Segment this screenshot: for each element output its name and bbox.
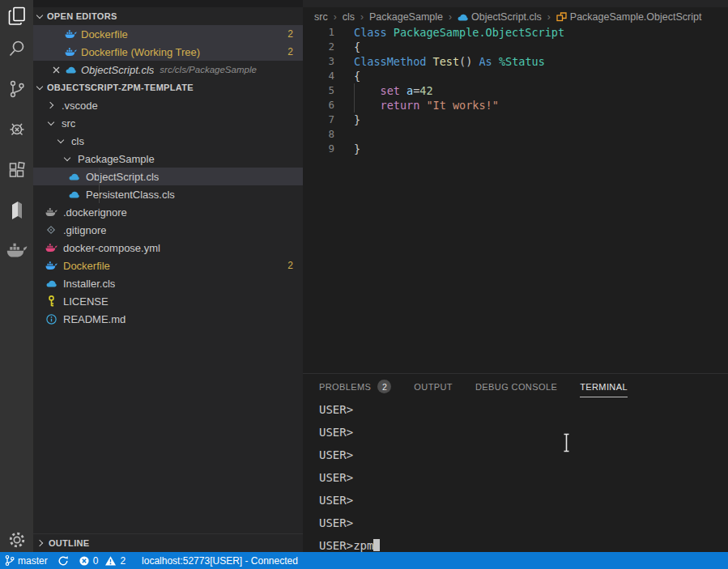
sync-icon <box>57 555 69 567</box>
code-text: set a=42 <box>354 83 433 98</box>
server-connection-item[interactable]: localhost:52773[USER] - Connected <box>137 552 303 569</box>
diamond-file-icon <box>45 223 57 236</box>
tree-item-objectscript-cls[interactable]: ObjectScript.cls <box>33 168 303 185</box>
warning-count: 2 <box>120 555 126 567</box>
tree-indent-guide <box>99 168 100 203</box>
git-branch-item[interactable]: master <box>0 552 53 569</box>
activity-docker-icon[interactable] <box>0 232 33 268</box>
problems-badge: 2 <box>287 46 293 57</box>
workspace-section-header[interactable]: OBJECTSCRIPT-ZPM-TEMPLATE <box>33 79 303 96</box>
terminal-line: USER> <box>319 512 716 534</box>
chevron-down-icon <box>36 83 43 89</box>
line-number: 7 <box>303 113 334 127</box>
code-line[interactable]: 5 set a=42 <box>303 83 728 98</box>
panel-tab-terminal[interactable]: TERMINAL <box>580 382 628 397</box>
tree-item-label: LICENSE <box>63 295 109 308</box>
code-text: { <box>354 40 360 54</box>
open-editor-item[interactable]: ObjectScript.clssrc/cls/PackageSample <box>33 61 303 79</box>
code-text: return "It works!" <box>354 98 499 113</box>
terminal-line: USER> <box>319 466 716 489</box>
tree-item-docker-compose-yml[interactable]: docker-compose.yml <box>33 239 303 257</box>
code-line[interactable]: 8 <box>303 127 728 142</box>
code-line[interactable]: 4{ <box>303 69 728 83</box>
code-line[interactable]: 3ClassMethod Test() As %Status <box>303 54 728 69</box>
editor-group[interactable]: src›cls›PackageSample›ObjectScript.cls›P… <box>303 0 728 373</box>
vscode-window: OPEN EDITORS Dockerfile2 Dockerfile (Wor… <box>0 0 728 569</box>
panel-tab-bar: PROBLEMS2OUTPUTDEBUG CONSOLETERMINAL <box>319 380 650 399</box>
code-line[interactable]: 6 return "It works!" <box>303 98 728 113</box>
breadcrumb-separator: › <box>449 11 452 23</box>
tree-item-readme-md[interactable]: README.md <box>33 310 303 328</box>
chevron-right-icon <box>45 103 57 108</box>
panel-tab-output[interactable]: OUTPUT <box>414 382 453 397</box>
panel-tab-problems[interactable]: PROBLEMS2 <box>319 380 391 399</box>
class-file-icon <box>64 63 77 76</box>
code-area[interactable]: 1Class PackageSample.ObjectScript2{3Clas… <box>303 25 728 156</box>
panel-tab-debug-console[interactable]: DEBUG CONSOLE <box>475 382 557 397</box>
activity-intersystems-icon[interactable] <box>0 193 33 228</box>
code-text: } <box>354 142 360 156</box>
code-line[interactable]: 1Class PackageSample.ObjectScript <box>303 25 728 40</box>
tree-item-license[interactable]: LICENSE <box>33 292 303 310</box>
chevron-down-icon <box>45 122 57 125</box>
breadcrumb-item[interactable]: ObjectScript.cls <box>458 11 542 23</box>
breadcrumb-item[interactable]: PackageSample.ObjectScript <box>556 11 702 23</box>
tree-item--dockerignore[interactable]: .dockerignore <box>33 203 303 221</box>
line-number: 5 <box>303 83 334 98</box>
outline-section-header[interactable]: OUTLINE <box>33 533 303 552</box>
tree-item-label: .vscode <box>62 100 98 112</box>
error-icon <box>79 555 90 567</box>
line-number: 6 <box>303 98 334 113</box>
problems-badge: 2 <box>287 260 293 271</box>
info-file-icon <box>45 312 57 325</box>
activity-extensions-icon[interactable] <box>0 152 33 188</box>
tree-item-label: cls <box>71 135 84 147</box>
git-branch-icon <box>5 554 15 567</box>
breadcrumb-item[interactable]: cls <box>343 11 355 23</box>
open-editors-list: Dockerfile2 Dockerfile (Working Tree)2Ob… <box>33 25 303 79</box>
activity-debug-icon[interactable] <box>0 111 33 146</box>
activity-explorer-icon[interactable] <box>0 0 33 34</box>
code-line[interactable]: 9} <box>303 142 728 156</box>
breadcrumb-label: PackageSample.ObjectScript <box>570 11 702 23</box>
workspace-label: OBJECTSCRIPT-ZPM-TEMPLATE <box>47 83 194 92</box>
open-editor-item[interactable]: Dockerfile2 <box>33 25 303 43</box>
breadcrumb-item[interactable]: src <box>314 11 328 23</box>
tree-item-label: docker-compose.yml <box>63 242 160 254</box>
sidebar-title-strip <box>33 0 303 7</box>
close-icon[interactable] <box>49 63 62 76</box>
code-line[interactable]: 2{ <box>303 40 728 54</box>
terminal-output[interactable]: USER>USER>USER>USER>USER>USER>USER>zpm <box>319 398 716 557</box>
tree-item-src[interactable]: src <box>33 114 303 132</box>
code-text: Class PackageSample.ObjectScript <box>354 25 564 40</box>
tree-item-installer-cls[interactable]: Installer.cls <box>33 274 303 292</box>
code-line[interactable]: 7} <box>303 113 728 127</box>
code-text: } <box>354 113 360 127</box>
class-file-icon <box>67 170 80 183</box>
breadcrumb-label: src <box>314 11 328 23</box>
activity-search-icon[interactable] <box>0 31 33 66</box>
tree-item-persistentclass-cls[interactable]: PersistentClass.cls <box>33 185 303 203</box>
whale-pink-file-icon <box>45 241 57 254</box>
chevron-down-icon <box>54 140 67 142</box>
breadcrumb-item[interactable]: PackageSample <box>369 11 443 23</box>
open-editors-section-header[interactable]: OPEN EDITORS <box>33 7 303 25</box>
line-number: 9 <box>303 142 334 156</box>
server-connection-text: localhost:52773[USER] - Connected <box>142 555 298 567</box>
open-editors-label: OPEN EDITORS <box>47 11 117 21</box>
tree-item-cls[interactable]: cls <box>33 132 303 150</box>
tree-item-dockerfile[interactable]: Dockerfile2 <box>33 257 303 274</box>
tree-item--vscode[interactable]: .vscode <box>33 96 303 114</box>
problems-item[interactable]: 0 2 <box>74 552 130 569</box>
tree-item--gitignore[interactable]: .gitignore <box>33 221 303 239</box>
sync-item[interactable] <box>53 552 74 569</box>
tree-item-packagesample[interactable]: PackageSample <box>33 150 303 168</box>
open-editor-item[interactable]: Dockerfile (Working Tree)2 <box>33 43 303 61</box>
branch-name: master <box>18 555 48 567</box>
tree-item-label: .dockerignore <box>63 206 127 219</box>
warning-icon <box>104 555 117 567</box>
open-editor-description: src/cls/PackageSample <box>160 65 257 74</box>
whale-blue-file-icon <box>64 45 77 58</box>
whale-blue-file-icon <box>45 259 57 272</box>
activity-source-control-icon[interactable] <box>0 71 33 107</box>
